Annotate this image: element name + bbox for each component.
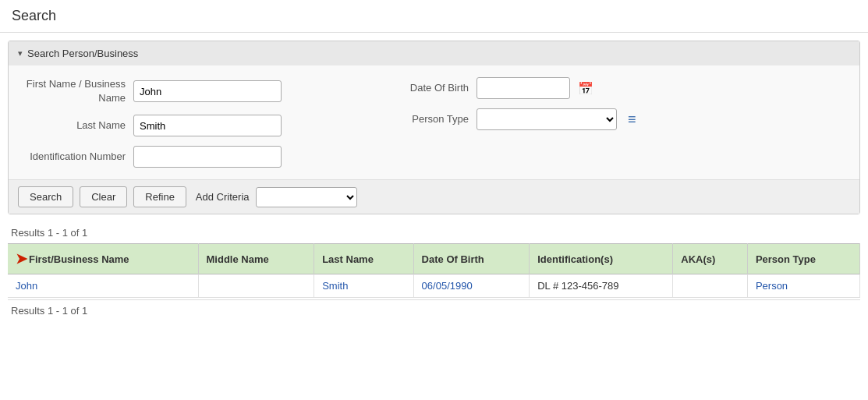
search-panel: ▾ Search Person/Business First Name / Bu… [8,41,860,214]
results-tbody: John Smith 06/05/1990 DL # 123-456-789 P… [8,274,860,298]
cell-dob: 06/05/1990 [413,274,530,298]
person-type-label: Person Type [367,112,469,126]
table-header-row: ➤ First/Business Name Middle Name Last N… [8,244,860,274]
person-type-row: Person Type Person Business ≡ [367,108,844,130]
cell-middle-name [198,274,314,298]
last-name-link[interactable]: Smith [322,280,348,292]
clear-button[interactable]: Clear [80,186,127,207]
col-header-akas: AKA(s) [673,244,748,274]
results-summary-bottom: Results 1 - 1 of 1 [8,299,860,321]
form-col-left: First Name / Business Name Last Name Ide… [24,77,336,168]
last-name-label: Last Name [24,119,126,133]
col-header-person-type: Person Type [747,244,859,274]
col-header-last-name: Last Name [314,244,413,274]
results-section: Results 1 - 1 of 1 ➤ First/Business Name… [8,222,860,321]
identification-input[interactable] [133,146,282,168]
col-header-identifications: Identification(s) [530,244,673,274]
cell-person-type: Person [747,274,859,298]
chevron-icon: ▾ [18,48,23,58]
form-grid: First Name / Business Name Last Name Ide… [24,77,844,168]
first-name-link[interactable]: John [16,280,37,292]
page-title: Search [0,0,868,33]
dob-input[interactable] [477,77,570,99]
person-type-link[interactable]: Person [756,280,788,292]
search-button[interactable]: Search [18,186,73,207]
cell-identifications: DL # 123-456-789 [530,274,673,298]
cell-first-name: John [8,274,198,298]
results-summary-top: Results 1 - 1 of 1 [8,222,860,243]
form-col-right: Date Of Birth 📅 Person Type Person Busin… [367,77,844,168]
dob-row: Date Of Birth 📅 [367,77,844,99]
first-name-label: First Name / Business Name [24,77,126,105]
first-name-row: First Name / Business Name [24,77,336,105]
cell-akas [673,274,748,298]
col-header-middle-name: Middle Name [198,244,314,274]
col-header-dob: Date Of Birth [413,244,530,274]
add-criteria-label: Add Criteria [196,191,250,203]
identification-row: Identification Number [24,146,336,168]
list-icon[interactable]: ≡ [628,112,636,128]
table-row: John Smith 06/05/1990 DL # 123-456-789 P… [8,274,860,298]
panel-header-label: Search Person/Business [27,48,138,59]
panel-body: First Name / Business Name Last Name Ide… [9,65,859,179]
dob-link[interactable]: 06/05/1990 [422,280,473,292]
last-name-input[interactable] [133,115,282,136]
last-name-row: Last Name [24,115,336,136]
cell-last-name: Smith [314,274,413,298]
panel-header[interactable]: ▾ Search Person/Business [9,41,859,65]
first-name-input[interactable] [133,80,282,102]
add-criteria-select[interactable] [256,187,357,207]
sort-arrow-icon: ➤ [16,250,27,267]
dob-label: Date Of Birth [367,81,469,95]
identification-label: Identification Number [24,150,126,164]
person-type-select[interactable]: Person Business [477,108,617,130]
action-bar: Search Clear Refine Add Criteria [9,179,859,214]
col-header-first-name: ➤ First/Business Name [8,244,198,274]
calendar-icon[interactable]: 📅 [578,81,593,96]
refine-button[interactable]: Refine [133,186,186,207]
results-table: ➤ First/Business Name Middle Name Last N… [8,243,860,298]
